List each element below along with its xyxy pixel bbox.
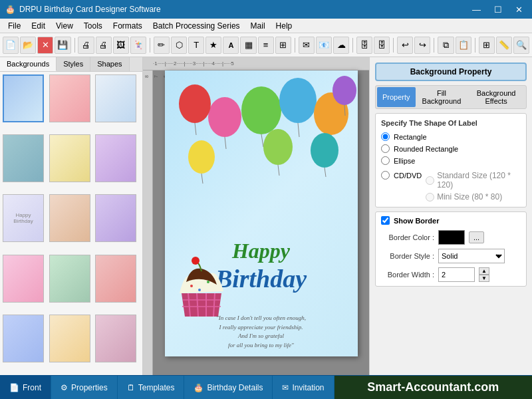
thumbnail-14[interactable] xyxy=(49,315,90,362)
toolbar-copy[interactable]: ⧉ xyxy=(438,37,454,54)
toolbar-new[interactable]: 📄 xyxy=(3,37,19,54)
toolbar-undo[interactable]: ↩ xyxy=(397,37,413,54)
border-width-label: Border Width : xyxy=(381,271,434,279)
menu-file[interactable]: File xyxy=(3,20,26,32)
toolbar-email[interactable]: 📧 xyxy=(316,37,332,54)
border-style-select[interactable]: Solid Dashed Dotted Double xyxy=(438,249,505,263)
toolbar-cloud[interactable]: ☁ xyxy=(333,37,349,54)
toolbar-redo[interactable]: ↪ xyxy=(414,37,430,54)
thumbnail-7[interactable]: HappyBirthday xyxy=(3,194,44,242)
menu-tools[interactable]: Tools xyxy=(78,20,108,32)
toolbar-zoom-in[interactable]: 🔍 xyxy=(513,37,529,54)
bottom-bar: 📄 Front ⚙ Properties 🗒 Templates 🎂 Birth… xyxy=(0,375,532,399)
menu-edit[interactable]: Edit xyxy=(26,20,51,32)
toolbar-grid[interactable]: ⊞ xyxy=(479,37,495,54)
svg-line-9 xyxy=(195,123,196,135)
tab-fill-background[interactable]: Fill Background xyxy=(417,87,467,107)
border-color-browse[interactable]: ... xyxy=(469,231,484,243)
toolbar-print[interactable]: 🖨 xyxy=(78,37,94,54)
toolbar-table[interactable]: ⊞ xyxy=(275,37,291,54)
toolbar-close[interactable]: ✕ xyxy=(37,37,53,54)
toolbar-star[interactable]: ★ xyxy=(205,37,221,54)
shape-ellipse-radio[interactable] xyxy=(381,156,390,165)
show-border-section: Show Border Border Color : ... Border St… xyxy=(375,211,527,287)
toolbar-print2[interactable]: 🖨 xyxy=(96,37,112,54)
properties-icon: ⚙ xyxy=(61,383,68,392)
menu-batch[interactable]: Batch Processing Series xyxy=(148,20,245,32)
toolbar-align[interactable]: ≡ xyxy=(258,37,274,54)
toolbar-shape[interactable]: ⬡ xyxy=(171,37,187,54)
tab-background-effects[interactable]: Background Effects xyxy=(467,87,525,107)
svg-point-12 xyxy=(311,133,338,168)
thumbnail-10[interactable] xyxy=(3,255,44,303)
thumbnail-2[interactable] xyxy=(49,74,90,122)
toolbar-open[interactable]: 📂 xyxy=(20,37,36,54)
maximize-button[interactable]: ☐ xyxy=(490,3,506,16)
tab-front[interactable]: 📄 Front xyxy=(0,376,51,399)
minimize-button[interactable]: — xyxy=(468,3,485,16)
border-style-label: Border Style : xyxy=(381,252,434,260)
shape-rectangle-row: Rectangle xyxy=(381,132,521,141)
menu-view[interactable]: View xyxy=(51,20,78,32)
thumbnail-13[interactable] xyxy=(3,315,44,362)
toolbar-barcode[interactable]: ▦ xyxy=(240,37,256,54)
thumbnail-9[interactable] xyxy=(95,194,136,242)
thumbnail-11[interactable] xyxy=(49,255,90,303)
tab-templates[interactable]: 🗒 Templates xyxy=(118,376,185,399)
watermark: Smart-Accountant.com xyxy=(334,376,533,399)
border-width-up[interactable]: ▲ xyxy=(479,267,489,275)
toolbar-save[interactable]: 💾 xyxy=(55,37,70,54)
toolbar-wordart[interactable]: A xyxy=(223,37,239,54)
toolbar-card[interactable]: 🃏 xyxy=(130,37,146,54)
tab-styles[interactable]: Styles xyxy=(57,57,90,71)
menu-mail[interactable]: Mail xyxy=(245,20,271,32)
thumbnail-15[interactable] xyxy=(95,315,136,362)
border-width-input[interactable] xyxy=(438,267,475,282)
toolbar-paste[interactable]: 📋 xyxy=(456,37,471,54)
shape-rectangle-radio[interactable] xyxy=(381,132,390,141)
thumbnail-1[interactable] xyxy=(3,74,44,122)
toolbar-envelope[interactable]: ✉ xyxy=(299,37,315,54)
card-happy-text: Happy xyxy=(232,239,290,263)
shape-rounded-label: Rounded Rectangle xyxy=(394,145,458,153)
tab-property[interactable]: Property xyxy=(377,87,416,107)
thumbnail-12[interactable] xyxy=(95,255,136,303)
menu-help[interactable]: Help xyxy=(271,20,298,32)
toolbar-pencil[interactable]: ✏ xyxy=(154,37,170,54)
right-panel: Background Property Property Fill Backgr… xyxy=(369,57,532,375)
border-properties: Border Color : ... Border Style : Solid … xyxy=(381,230,521,282)
close-button[interactable]: ✕ xyxy=(511,3,527,16)
toolbar-db2[interactable]: 🗄 xyxy=(374,37,390,54)
thumbnail-6[interactable] xyxy=(95,134,136,182)
svg-line-13 xyxy=(325,168,326,177)
tab-backgrounds[interactable]: Backgrounds xyxy=(0,57,57,71)
shape-radio-group: Rectangle Rounded Rectangle Ellipse CD/D… xyxy=(381,132,521,201)
property-title: Background Property xyxy=(375,63,527,81)
tab-properties[interactable]: ⚙ Properties xyxy=(51,376,118,399)
border-color-swatch[interactable] xyxy=(438,230,465,245)
cd-standard-radio[interactable] xyxy=(426,176,434,185)
toolbar-image[interactable]: 🖼 xyxy=(113,37,129,54)
shape-rounded-radio[interactable] xyxy=(381,144,390,153)
shape-cd-radio[interactable] xyxy=(381,171,390,180)
cd-mini-radio[interactable] xyxy=(426,193,434,201)
svg-point-14 xyxy=(188,140,215,174)
thumbnail-3[interactable] xyxy=(95,74,136,122)
toolbar-ruler[interactable]: 📏 xyxy=(496,37,512,54)
svg-line-15 xyxy=(201,174,203,184)
toolbar-text[interactable]: T xyxy=(188,37,204,54)
thumbnail-5[interactable] xyxy=(49,134,90,182)
shape-rectangle-label: Rectangle xyxy=(394,133,427,141)
menu-formats[interactable]: Formats xyxy=(108,20,148,32)
border-color-row: Border Color : ... xyxy=(381,230,521,245)
thumbnail-8[interactable] xyxy=(49,194,90,242)
show-border-checkbox[interactable] xyxy=(381,216,390,225)
thumbnail-4[interactable] xyxy=(3,134,44,182)
tab-birthday-details[interactable]: 🎂 Birthday Details xyxy=(184,376,273,399)
toolbar-db[interactable]: 🗄 xyxy=(356,37,372,54)
tab-invitation[interactable]: ✉ Invitation xyxy=(273,376,334,399)
border-width-down[interactable]: ▼ xyxy=(479,275,489,282)
border-width-row: Border Width : ▲ ▼ xyxy=(381,267,521,282)
cupcake-svg xyxy=(172,257,231,323)
tab-shapes[interactable]: Shapes xyxy=(90,57,129,71)
